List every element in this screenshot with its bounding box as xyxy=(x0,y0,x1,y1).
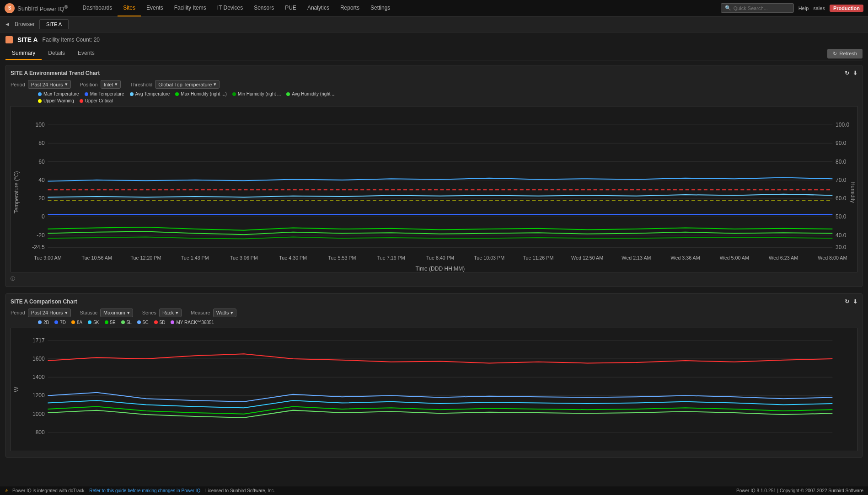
top-navigation: S Sunbird Power IQ® Dashboards Sites Eve… xyxy=(0,0,868,16)
svg-text:100: 100 xyxy=(36,122,45,128)
product-name: Power IQ® xyxy=(38,5,68,12)
svg-text:1717: 1717 xyxy=(32,337,45,344)
svg-text:-20: -20 xyxy=(37,232,45,239)
tab-events[interactable]: Events xyxy=(71,47,101,60)
legend-5e: 5E xyxy=(105,320,116,325)
env-legend-row2: Upper Warning Upper Critical xyxy=(11,98,857,103)
chevron-down-icon-6: ▾ xyxy=(176,310,178,316)
comp-chart-panel: SITE A Comparison Chart ↻ ⬇ Period Past … xyxy=(5,293,863,458)
comp-chart-download-icon[interactable]: ⬇ xyxy=(853,298,857,305)
legend-5l: 5L xyxy=(121,320,132,325)
tab-summary[interactable]: Summary xyxy=(5,47,42,60)
comp-chart-title: SITE A Comparison Chart xyxy=(11,298,77,305)
browser-bar: ◄ Browser SITE A xyxy=(0,16,868,32)
svg-text:Wed 8:00 AM: Wed 8:00 AM xyxy=(818,255,847,261)
legend-7d: 7D xyxy=(54,320,66,325)
help-link[interactable]: Help xyxy=(798,5,809,11)
refresh-button[interactable]: ↻ Refresh xyxy=(827,49,863,59)
svg-text:Tue 10:56 AM: Tue 10:56 AM xyxy=(82,255,112,261)
env-chart-download-icon[interactable]: ⬇ xyxy=(853,70,857,76)
sub-tab-bar: Summary Details Events ↻ Refresh xyxy=(5,47,863,60)
legend-dot-upper-critical xyxy=(80,99,83,103)
env-chart-refresh-icon[interactable]: ↻ xyxy=(845,70,849,76)
svg-text:Wed 5:00 AM: Wed 5:00 AM xyxy=(720,255,749,261)
comp-measure-select[interactable]: Watts ▾ xyxy=(213,309,237,317)
svg-text:Tue 5:53 PM: Tue 5:53 PM xyxy=(328,255,356,261)
svg-text:30.0: 30.0 xyxy=(836,244,847,250)
env-chart-title: SITE A Environmental Trend Chart xyxy=(11,70,100,76)
svg-text:Wed 6:23 AM: Wed 6:23 AM xyxy=(769,255,798,261)
site-tab[interactable]: SITE A xyxy=(39,19,69,29)
site-icon xyxy=(5,36,13,43)
comp-period-select[interactable]: Past 24 Hours ▾ xyxy=(28,309,71,317)
env-chart-area: Temperature (°C) Humidity 100 80 60 40 2… xyxy=(11,106,857,274)
comp-series-control: Series Rack ▾ xyxy=(142,309,182,317)
chevron-down-icon: ▾ xyxy=(65,81,68,87)
comp-statistic-label: Statistic xyxy=(80,310,98,315)
svg-text:100.0: 100.0 xyxy=(836,122,849,128)
user-menu[interactable]: sales xyxy=(813,5,825,11)
threshold-select[interactable]: Global Top Temperature ▾ xyxy=(155,80,220,89)
nav-analytics[interactable]: Analytics xyxy=(302,0,335,16)
svg-text:Tue 3:06 PM: Tue 3:06 PM xyxy=(230,255,258,261)
nav-dashboards[interactable]: Dashboards xyxy=(77,0,118,16)
search-input[interactable] xyxy=(734,5,788,11)
tab-details[interactable]: Details xyxy=(42,47,71,60)
svg-text:Tue 7:16 PM: Tue 7:16 PM xyxy=(377,255,405,261)
comp-chart-icons: ↻ ⬇ xyxy=(845,298,857,305)
sidebar-toggle[interactable]: ◄ xyxy=(5,21,10,27)
legend-dot-upper-warning xyxy=(38,99,42,103)
comp-chart-title-row: SITE A Comparison Chart ↻ ⬇ xyxy=(11,298,857,305)
svg-text:0: 0 xyxy=(42,213,45,220)
chevron-down-icon-5: ▾ xyxy=(127,310,130,316)
env-chart-controls: Period Past 24 Hours ▾ Position Inlet ▾ … xyxy=(11,80,857,89)
legend-5k: 5K xyxy=(88,320,99,325)
position-select[interactable]: Inlet ▾ xyxy=(101,80,121,89)
env-badge: Production xyxy=(830,5,863,12)
nav-events[interactable]: Events xyxy=(141,0,169,16)
nav-sensors[interactable]: Sensors xyxy=(248,0,279,16)
comp-statistic-select[interactable]: Maximum ▾ xyxy=(100,309,133,317)
svg-text:1600: 1600 xyxy=(32,356,45,362)
legend-dot-max-temp xyxy=(38,92,42,96)
legend-dot-5l xyxy=(121,320,125,324)
legend-dot-5d xyxy=(154,320,158,324)
legend-8a: 8A xyxy=(71,320,82,325)
search-icon: 🔍 xyxy=(725,5,731,11)
legend-my-rack: MY RACK^^36851 xyxy=(171,320,214,325)
legend-avg-temp: Avg Temperature xyxy=(130,91,170,96)
legend-max-temp: Max Temperature xyxy=(38,91,79,96)
legend-5d: 5D xyxy=(154,320,166,325)
nav-it-devices[interactable]: IT Devices xyxy=(212,0,248,16)
chevron-down-icon-3: ▾ xyxy=(214,81,216,87)
nav-settings[interactable]: Settings xyxy=(365,0,396,16)
nav-reports[interactable]: Reports xyxy=(335,0,365,16)
chart-info-icon: ⓘ xyxy=(11,276,857,282)
legend-dot-5k xyxy=(88,320,91,324)
svg-text:70.0: 70.0 xyxy=(836,177,847,183)
svg-text:Wed 12:50 AM: Wed 12:50 AM xyxy=(571,255,603,261)
nav-pue[interactable]: PUE xyxy=(279,0,302,16)
legend-dot-8a xyxy=(71,320,75,324)
nav-facility-items[interactable]: Facility Items xyxy=(169,0,212,16)
search-box[interactable]: 🔍 xyxy=(721,3,794,13)
svg-text:800: 800 xyxy=(36,429,45,436)
env-chart-title-row: SITE A Environmental Trend Chart ↻ ⬇ xyxy=(11,70,857,76)
comp-chart-controls: Period Past 24 Hours ▾ Statistic Maximum… xyxy=(11,309,857,317)
position-control: Position Inlet ▾ xyxy=(80,80,121,89)
svg-text:Tue 9:00 AM: Tue 9:00 AM xyxy=(34,255,61,261)
site-header: SITE A Facility Items Count: 20 xyxy=(5,36,863,43)
nav-sites[interactable]: Sites xyxy=(118,0,141,16)
comp-series-select[interactable]: Rack ▾ xyxy=(159,309,182,317)
legend-dot-avg-humidity xyxy=(286,92,290,96)
comp-chart-area: 1717 1600 1400 1200 1000 800 W xyxy=(11,328,857,452)
svg-text:Wed 3:36 AM: Wed 3:36 AM xyxy=(671,255,700,261)
svg-text:1400: 1400 xyxy=(32,374,45,380)
svg-text:Humidity: Humidity xyxy=(850,181,856,203)
svg-text:1200: 1200 xyxy=(32,392,45,399)
legend-upper-critical: Upper Critical xyxy=(80,98,113,103)
period-select[interactable]: Past 24 Hours ▾ xyxy=(28,80,71,89)
legend-min-humidity: Min Humidity (right ... xyxy=(232,91,281,96)
comp-chart-refresh-icon[interactable]: ↻ xyxy=(845,298,849,305)
svg-text:Tue 12:20 PM: Tue 12:20 PM xyxy=(130,255,161,261)
